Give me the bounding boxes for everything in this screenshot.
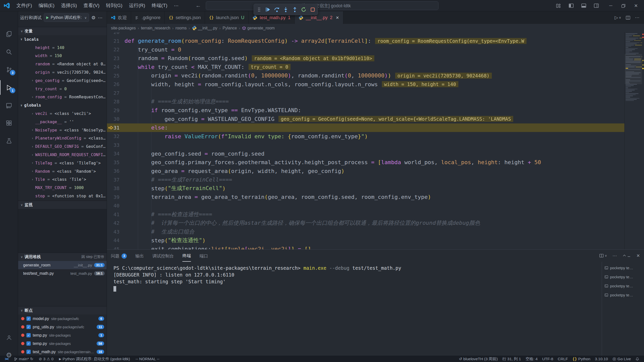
- variables-group-globals[interactable]: ∨globals: [18, 101, 107, 109]
- breakpoint-checkbox[interactable]: ✓: [26, 333, 31, 337]
- toggle-sidebar-icon[interactable]: [568, 3, 574, 9]
- variable-row[interactable]: ›WASTELAND_ROOM_REQUEST_CONFIG = RoomR…: [18, 151, 107, 159]
- code-line-31[interactable]: 31 else:: [107, 123, 644, 132]
- restore-icon[interactable]: [620, 3, 626, 9]
- code-line-36[interactable]: 36 geo_area = request_area(origin, width…: [107, 167, 644, 175]
- breadcrumb-item[interactable]: Pylance: [223, 26, 237, 30]
- code-editor[interactable]: 2021def generate_room(room_config: RoomR…: [107, 32, 644, 249]
- terminal-tab-item[interactable]: pocketpy te…: [602, 272, 644, 281]
- code-line-45[interactable]: 45 exit_combinations:list[tuple[vec2i, v…: [107, 245, 644, 250]
- debug-config-dropdown[interactable]: Python 调试程序: 启 ∨: [44, 13, 89, 22]
- variable-row[interactable]: ›vec2i = <class 'vec2i'>: [18, 109, 107, 118]
- breakpoint-checkbox[interactable]: ✓: [26, 341, 31, 346]
- terminal-tab-item[interactable]: pocketpy te…: [602, 281, 644, 290]
- code-line-42[interactable]: 42 # 计算每一个出口的中心，然后使用astar生成路径，确保每一个出口组合都…: [107, 219, 644, 228]
- breakpoint-row[interactable]: ✓png_utils.pysite-packages\wfc11: [18, 323, 107, 331]
- breadcrumb-item[interactable]: terrain_research: [141, 26, 170, 30]
- language-mode[interactable]: {}Python: [570, 357, 593, 361]
- code-line-41[interactable]: 41 # ====检查连通性====: [107, 210, 644, 219]
- breakpoint-checkbox[interactable]: ✓: [26, 325, 31, 329]
- debug-config[interactable]: ▶Python 调试程序: 启动文件 (godot-ldtk): [57, 356, 132, 362]
- breakpoint-checkbox[interactable]: ✓: [26, 316, 31, 321]
- code-line-32[interactable]: 32 raise ValueError(f"Invalid env type: …: [107, 132, 644, 141]
- menu-item-R[interactable]: 运行(R): [126, 0, 148, 11]
- menu-item-V[interactable]: 查看(V): [80, 0, 103, 11]
- menu-item-[interactable]: ⋯: [171, 0, 182, 11]
- menu-item-S[interactable]: 选择(S): [58, 0, 80, 11]
- run-python-file-icon[interactable]: ▷∨: [615, 15, 621, 20]
- sidebar-more-actions-icon[interactable]: ⋯: [98, 15, 103, 21]
- cursor-position[interactable]: 行 31, 列 1: [500, 356, 523, 362]
- code-line-44[interactable]: 44 step("检查连通性"): [107, 236, 644, 245]
- activity-source-control[interactable]: 3: [0, 62, 18, 77]
- nav-back-icon[interactable]: ←: [192, 2, 205, 9]
- variable-row[interactable]: stop = <function stop at 0x1bf8cd716d: [18, 192, 107, 200]
- variable-row[interactable]: __package__ = '': [18, 118, 107, 126]
- code-line-39[interactable]: 39 terrain_area = geo_area_to_terrain(ge…: [107, 193, 644, 202]
- variable-row[interactable]: ›room_config = RoomRequestConfig(env_t…: [18, 93, 107, 101]
- panel-tab-输出[interactable]: 输出: [135, 250, 144, 262]
- code-line-29[interactable]: 29 if room_config.env_type == EnvType.WA…: [107, 106, 644, 115]
- breadcrumb-item[interactable]: rooms: [176, 26, 187, 30]
- close-window-icon[interactable]: ✕: [633, 3, 639, 9]
- breakpoint-row[interactable]: ✓test_math.pysite-packages\terrain_res…1…: [18, 348, 107, 356]
- notifications[interactable]: [633, 357, 641, 361]
- toggle-panel-icon[interactable]: [581, 3, 587, 9]
- settings-gear-icon[interactable]: ⚙: [0, 348, 18, 362]
- terminal-tab-item[interactable]: pocketpy te…: [602, 263, 644, 272]
- code-line-38[interactable]: 38 step("生成TerrainCell"): [107, 184, 644, 193]
- code-line-37[interactable]: 37 # ====生成TerrainCell====: [107, 175, 644, 184]
- menu-item-F[interactable]: 文件(F): [13, 0, 35, 11]
- step-out-button[interactable]: [291, 6, 299, 13]
- editor-more-actions-icon[interactable]: ⋯: [635, 15, 639, 20]
- activity-testing[interactable]: [0, 134, 18, 148]
- breadcrumb-item[interactable]: __init__.py: [192, 26, 217, 30]
- variable-row[interactable]: ›DEFAULT_GEO_CONFIG = GeoConfig(seed=1…: [18, 142, 107, 151]
- variable-row[interactable]: height = 140: [18, 43, 107, 52]
- variable-row[interactable]: ›NoiseType = <class 'NoiseType'>: [18, 126, 107, 134]
- panel-tab-问题[interactable]: 问题3: [111, 250, 127, 262]
- step-over-button[interactable]: [273, 6, 281, 13]
- code-line-23[interactable]: 23 random = Random(room_config.seed)rand…: [107, 54, 644, 63]
- breakpoint-row[interactable]: ✓temp.pysite-packages58: [18, 339, 107, 348]
- tab-[interactable]: 欢迎: [107, 11, 131, 24]
- variable-row[interactable]: random = <Random object at 0x1bf9d01e…: [18, 60, 107, 68]
- breakpoint-row[interactable]: ✓model.pysite-packages\wfc6: [18, 314, 107, 323]
- code-line-35[interactable]: 35 geo_config.primary_forces.geothermal_…: [107, 158, 644, 167]
- breadcrumb-item[interactable]: site-packages: [111, 26, 136, 30]
- code-line-24[interactable]: 24 while try_count < MAX_TRY_COUNT:try_c…: [107, 63, 644, 71]
- variable-row[interactable]: ›PlanetaryWindConfig = <class 'Planeta…: [18, 134, 107, 143]
- panel-more-actions-icon[interactable]: ⋯: [613, 253, 617, 258]
- code-line-22[interactable]: 22 try_count = 0: [107, 45, 644, 54]
- variable-row[interactable]: ›Random = <class 'Random'>: [18, 167, 107, 175]
- variable-row[interactable]: width = 150: [18, 52, 107, 60]
- variable-row[interactable]: origin = vec2i(7205730, 9024468): [18, 68, 107, 76]
- variable-row[interactable]: MAX_TRY_COUNT = 1000: [18, 184, 107, 192]
- variable-row[interactable]: ›Tile = <class 'Tile'>: [18, 175, 107, 184]
- tab-launch.json[interactable]: {}launch.jsonU: [205, 11, 249, 24]
- watch-section-header[interactable]: ∨ 监视: [18, 201, 107, 209]
- tab-settings.json[interactable]: {}settings.json: [165, 11, 205, 24]
- variable-row[interactable]: try_count = 0: [18, 85, 107, 93]
- continue-button[interactable]: [264, 6, 272, 13]
- problems[interactable]: ⊘3⚠0: [36, 357, 56, 361]
- menu-item-G[interactable]: 转到(G): [103, 0, 126, 11]
- indentation[interactable]: 空格: 4: [523, 356, 540, 362]
- terminal-output[interactable]: PS C:\computer_science\godot-ldtk\site-p…: [107, 262, 602, 356]
- toggle-secondary-sidebar-icon[interactable]: [593, 3, 599, 9]
- step-into-button[interactable]: [282, 6, 290, 13]
- callstack-section-header[interactable]: ∨ 调用堆栈 因 step 已暂停: [18, 253, 107, 261]
- terminal-tab-item[interactable]: pocketpy te…: [602, 290, 644, 299]
- customize-layout-icon[interactable]: [555, 3, 561, 9]
- panel-tab-终端[interactable]: 终端: [182, 250, 191, 262]
- panel-tab-调试控制台[interactable]: 调试控制台: [152, 250, 174, 262]
- activity-run-and-debug[interactable]: 1: [0, 80, 18, 95]
- code-line-34[interactable]: 34 geo_config.seed = room_config.seed: [107, 149, 644, 158]
- activity-explorer[interactable]: [0, 27, 18, 41]
- breakpoints-section-header[interactable]: ∨ 断点: [18, 306, 107, 314]
- code-line-26[interactable]: 26 width, height = room_config.layout.n_…: [107, 80, 644, 89]
- encoding[interactable]: UTF-8: [540, 357, 555, 361]
- breakpoint-row[interactable]: ✓temp.pysite-packages1: [18, 331, 107, 339]
- close-tab-icon[interactable]: ✕: [336, 15, 339, 20]
- activity-extensions[interactable]: [0, 116, 18, 130]
